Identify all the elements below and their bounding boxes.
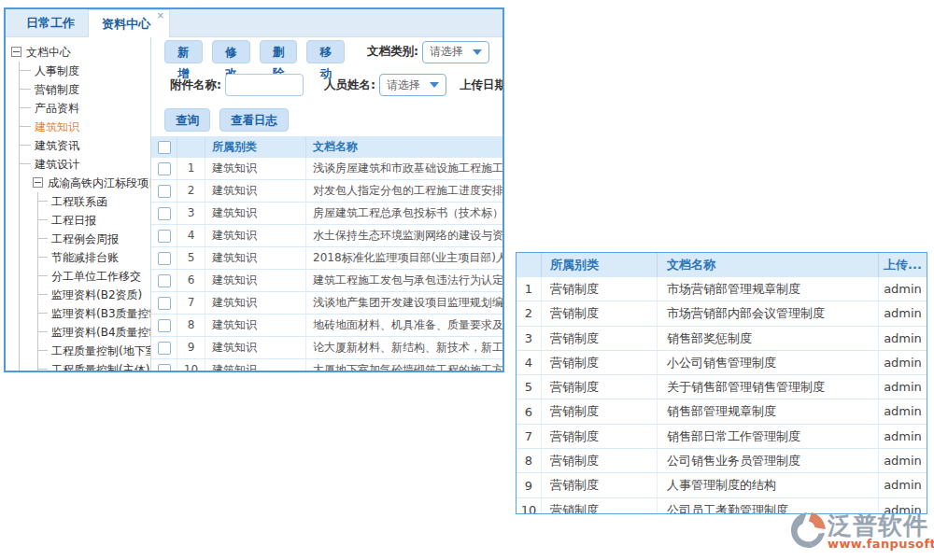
move-button[interactable]: 移动 (306, 40, 345, 63)
person-name-label: 人员姓名: (324, 77, 375, 93)
tree-item[interactable]: 节能减排台账 (38, 248, 150, 267)
table-row[interactable]: 3营销制度销售部奖惩制度admin (517, 327, 927, 351)
table-row[interactable]: 7营销制度销售部日常工作管理制度admin (517, 425, 927, 449)
row-number: 7 (517, 429, 541, 443)
edit-button[interactable]: 修改 (212, 40, 250, 63)
table-row[interactable]: 5营销制度关于销售部管理销售管理制度admin (517, 375, 927, 399)
category-header: 所属别类 (205, 136, 306, 158)
tree-item-label: 成渝高铁内江标段项目 (48, 176, 151, 189)
row-checkbox[interactable] (158, 162, 171, 175)
table-row[interactable]: 2营销制度市场营销部内部会议管理制度admin (517, 301, 927, 326)
row-number: 6 (517, 405, 541, 419)
checkbox-cell (151, 247, 177, 269)
brand-url[interactable]: www.fanpusoft.com (828, 537, 934, 551)
tab-data-center[interactable]: 资料中心 × (88, 9, 170, 37)
query-button[interactable]: 查询 (164, 108, 210, 132)
tree-item[interactable]: 产品资料 (20, 99, 150, 118)
row-number: 4 (177, 225, 205, 246)
table-row[interactable]: 10建筑知识大厦地下室加气砼墙砌筑工程的施工方... (151, 359, 502, 371)
table-row[interactable]: 6建筑知识建筑工程施工发包与承包违法行为认定... (151, 270, 502, 292)
tree-item[interactable]: 监理资料(B2资质) (38, 286, 150, 304)
tree-item[interactable]: 工程质量控制(地下室) (38, 342, 150, 360)
tree-item[interactable]: 建筑资讯 (20, 136, 150, 155)
row-checkbox[interactable] (158, 342, 171, 355)
overlay-table-header-row: 所属别类文档名称上传... (517, 253, 927, 277)
tree-root-item[interactable]: 文档中心 (11, 43, 150, 62)
category-cell: 建筑知识 (205, 247, 306, 269)
row-number: 2 (177, 180, 205, 202)
table-row[interactable]: 9建筑知识论大厦新材料、新结构、新技术，新工... (151, 337, 502, 359)
row-number: 5 (517, 380, 541, 394)
tree-item[interactable]: 人事制度 (20, 62, 150, 80)
table-row[interactable]: 4建筑知识水土保持生态环境监测网络的建设与资... (151, 225, 502, 247)
tree-item[interactable]: 营销制度 (20, 80, 150, 99)
table-row[interactable]: 8营销制度公司销售业务员管理制度admin (517, 449, 927, 473)
checkbox-cell (151, 270, 177, 291)
tree-item[interactable]: 工程质量控制(主体) (38, 360, 150, 371)
tree-item[interactable]: 分工单位工作移交 (38, 267, 150, 286)
select-all-checkbox[interactable] (158, 141, 171, 154)
row-checkbox[interactable] (158, 319, 171, 332)
category-cell: 营销制度 (541, 399, 657, 423)
tree-item[interactable]: 工程例会周报 (38, 230, 150, 248)
tree-connector (38, 238, 48, 239)
uploader-cell: admin (878, 277, 927, 301)
doc-table-header-row: 所属别类文档名称 (151, 136, 502, 158)
doc-category-select[interactable]: 请选择 (422, 41, 489, 63)
uploader-cell: admin (878, 301, 927, 325)
tree-item[interactable]: 工程日报 (38, 211, 150, 230)
row-checkbox[interactable] (158, 297, 171, 310)
row-number: 8 (517, 454, 541, 468)
row-checkbox[interactable] (158, 230, 171, 243)
attachment-name-label: 附件名称: (170, 77, 221, 93)
uploader-cell: admin (878, 425, 927, 448)
name-cell: 小公司销售管理制度 (657, 351, 878, 374)
checkbox-cell (151, 225, 177, 246)
close-icon[interactable]: × (157, 11, 164, 21)
name-cell: 地砖地面材料、机具准备、质量要求及... (306, 315, 502, 336)
tree-item[interactable]: 监理资料(B4质量控制) (38, 323, 150, 342)
table-row[interactable]: 2建筑知识对发包人指定分包的工程施工进度安排... (151, 180, 502, 203)
row-checkbox[interactable] (158, 207, 171, 220)
tree-connector (20, 163, 31, 164)
table-row[interactable]: 4营销制度小公司销售管理制度admin (517, 351, 927, 375)
table-row[interactable]: 5建筑知识2018标准化监理项目部(业主项目部)人员... (151, 247, 502, 270)
doc-category-value: 请选择 (430, 44, 463, 60)
table-row[interactable]: 9营销制度人事管理制度的结构admin (517, 473, 927, 497)
row-checkbox[interactable] (158, 252, 171, 265)
chevron-down-icon (473, 49, 482, 55)
view-log-button[interactable]: 查看日志 (219, 108, 289, 132)
table-row[interactable]: 3建筑知识房屋建筑工程总承包投标书（技术标）... (151, 203, 502, 225)
brand-logo: 泛普软件 www.fanpusoft.com (790, 512, 934, 551)
delete-button[interactable]: 删除 (260, 40, 298, 63)
tree-connector (38, 331, 48, 332)
doc-category-label: 文档类别: (367, 44, 418, 60)
collapse-icon[interactable] (11, 47, 21, 57)
document-panel: 新增 修改 删除 移动 文档类别: 请选择 文档名称 附件名称: 人员姓名: 请… (151, 37, 502, 371)
category-cell: 营销制度 (541, 498, 657, 514)
tree-item[interactable]: 成渝高铁内江标段项目 (20, 174, 150, 192)
tree-item[interactable]: 工程联系函 (38, 192, 150, 211)
tree-item[interactable]: 建筑设计 (20, 155, 150, 174)
table-row[interactable]: 7建筑知识浅谈地产集团开发建设项目监理规划编... (151, 292, 502, 315)
tab-daily-work[interactable]: 日常工作 (13, 9, 88, 36)
row-checkbox[interactable] (158, 364, 171, 371)
tree-item[interactable]: 建筑知识 (20, 118, 150, 136)
table-row[interactable]: 6营销制度销售部管理规章制度admin (517, 399, 927, 424)
row-number: 3 (517, 331, 541, 345)
collapse-icon[interactable] (33, 177, 43, 188)
row-checkbox[interactable] (158, 274, 171, 287)
name-cell: 水土保持生态环境监测网络的建设与资... (306, 225, 502, 246)
person-name-select[interactable]: 请选择 (379, 74, 446, 96)
name-cell: 浅谈地产集团开发建设项目监理规划编... (306, 292, 502, 314)
table-row[interactable]: 8建筑知识地砖地面材料、机具准备、质量要求及... (151, 315, 502, 337)
add-button[interactable]: 新增 (164, 40, 203, 63)
table-row[interactable]: 1建筑知识浅谈房屋建筑和市政基础设施工程施工... (151, 158, 502, 180)
name-cell: 论大厦新材料、新结构、新技术，新工... (306, 337, 502, 358)
tree-connector (38, 257, 48, 258)
select-all-cell (151, 136, 177, 158)
table-row[interactable]: 1营销制度市场营销部管理规章制度admin (517, 277, 927, 301)
attachment-name-input[interactable] (225, 74, 304, 96)
tree-item[interactable]: 监理资料(B3质量控制) (38, 304, 150, 323)
row-checkbox[interactable] (158, 185, 171, 198)
